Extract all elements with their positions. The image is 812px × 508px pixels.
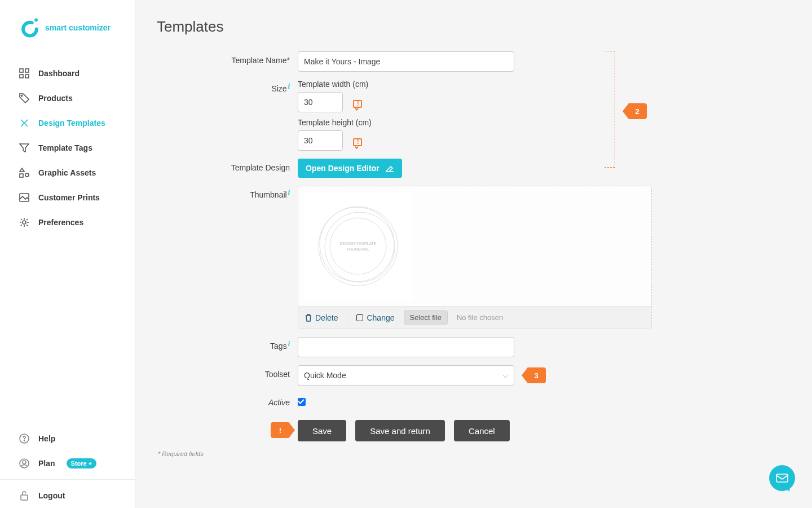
nav-plan-label: Plan — [38, 459, 55, 468]
nav-template-tags[interactable]: Template Tags — [0, 135, 135, 160]
svg-rect-2 — [20, 69, 23, 72]
nav-preferences-label: Preferences — [38, 218, 83, 227]
nav-graphic-assets-label: Graphic Assets — [38, 168, 96, 177]
edit-icon — [385, 164, 394, 172]
nav-logout-wrap: Logout — [0, 480, 135, 508]
label-toolset: Toolset — [196, 365, 298, 379]
nav-logout[interactable]: Logout — [0, 483, 135, 508]
thumbnail-delete[interactable]: Delete — [305, 313, 338, 322]
select-file-button[interactable]: Select file — [404, 310, 448, 325]
brand-logo[interactable]: smart customizer — [0, 0, 135, 55]
open-design-editor-button[interactable]: Open Design Editor — [298, 159, 402, 178]
svg-point-14 — [23, 461, 26, 464]
mail-icon — [776, 474, 788, 483]
svg-point-1 — [34, 19, 38, 22]
row-active: Active — [157, 393, 812, 408]
no-file-chosen: No file chosen — [457, 313, 503, 322]
label-template-width: Template width (cm) — [298, 80, 372, 89]
svg-text:THUMBNAIL: THUMBNAIL — [347, 247, 370, 251]
nav-help-label: Help — [38, 434, 55, 443]
template-width-input[interactable] — [298, 92, 343, 112]
label-template-name: Template Name* — [196, 51, 298, 65]
width-warning-icon[interactable] — [353, 98, 362, 107]
chevron-down-icon — [503, 373, 508, 378]
template-height-input[interactable] — [298, 130, 343, 151]
svg-point-12 — [24, 440, 24, 441]
svg-text:DESIGN TEMPLATE: DESIGN TEMPLATE — [339, 242, 376, 246]
svg-point-0 — [23, 23, 37, 36]
nav-dashboard[interactable]: Dashboard — [0, 61, 135, 86]
row-tags: Tagsi — [157, 337, 812, 357]
main-content: Templates 2 Template Name* Sizei Templat… — [135, 0, 812, 508]
nav-template-tags-label: Template Tags — [38, 143, 92, 152]
svg-rect-15 — [21, 495, 28, 500]
info-icon[interactable]: i — [287, 82, 290, 90]
gear-icon — [19, 217, 29, 227]
save-button[interactable]: Save — [298, 420, 346, 441]
nav-design-templates[interactable]: Design Templates — [0, 111, 135, 135]
tag-icon — [19, 93, 29, 103]
annotation-marker-2: 2 — [628, 103, 647, 119]
nav-customer-prints[interactable]: Customer Prints — [0, 185, 135, 210]
annotation-bracket — [615, 51, 615, 168]
user-icon — [19, 458, 29, 468]
image-icon — [19, 192, 29, 203]
label-active: Active — [196, 393, 298, 407]
label-template-design: Template Design — [196, 159, 298, 172]
active-checkbox[interactable] — [298, 398, 306, 406]
row-toolset: Toolset Quick Mode 3 — [157, 365, 812, 386]
design-templates-icon — [19, 118, 29, 128]
label-thumbnail: Thumbnaili — [196, 186, 298, 200]
nav-preferences[interactable]: Preferences — [0, 210, 135, 235]
row-thumbnail: Thumbnaili DESIGN TEMPLATE THUMBNAIL — [157, 186, 812, 329]
svg-point-19 — [330, 218, 386, 274]
nav-products-label: Products — [38, 94, 73, 103]
page-title: Templates — [157, 18, 812, 36]
nav-logout-label: Logout — [38, 491, 65, 500]
brand-name: smart customizer — [45, 23, 111, 32]
nav-help[interactable]: Help — [0, 426, 135, 451]
nav-customer-prints-label: Customer Prints — [38, 193, 100, 202]
thumbnail-preview: DESIGN TEMPLATE THUMBNAIL — [304, 192, 412, 300]
nav-graphic-assets[interactable]: Graphic Assets — [0, 160, 135, 185]
annotation-marker-3: 3 — [527, 367, 546, 383]
nav-design-templates-label: Design Templates — [38, 119, 105, 128]
tags-input[interactable] — [298, 337, 514, 357]
nav-plan[interactable]: Plan Store + — [0, 451, 135, 476]
help-icon — [19, 433, 29, 444]
annotation-marker-ex: ! — [271, 422, 290, 438]
height-warning-icon[interactable] — [353, 136, 362, 146]
svg-point-6 — [21, 95, 22, 96]
funnel-icon — [19, 143, 29, 153]
svg-rect-3 — [25, 69, 29, 72]
lock-icon — [19, 491, 29, 501]
row-actions: ! Save Save and return Cancel — [157, 412, 812, 441]
template-name-input[interactable] — [298, 51, 514, 72]
dashboard-icon — [19, 68, 29, 78]
row-template-design: Template Design Open Design Editor — [157, 159, 812, 178]
toolset-select[interactable]: Quick Mode — [298, 365, 514, 386]
info-icon[interactable]: i — [287, 340, 290, 348]
info-icon[interactable]: i — [287, 189, 290, 196]
svg-point-7 — [25, 173, 29, 177]
label-template-height: Template height (cm) — [298, 118, 372, 127]
thumbnail-actions: Delete Change Select file No file chosen — [298, 306, 651, 329]
thumbnail-change[interactable]: Change — [356, 313, 394, 322]
row-template-name: Template Name* — [157, 51, 812, 72]
svg-rect-5 — [25, 75, 29, 78]
checkbox-icon — [356, 314, 363, 321]
brand-logo-icon — [20, 17, 39, 38]
svg-rect-22 — [776, 474, 788, 482]
nav-products[interactable]: Products — [0, 86, 135, 111]
label-tags: Tagsi — [196, 337, 298, 351]
nav-dashboard-label: Dashboard — [38, 69, 80, 78]
nav-bottom: Help Plan Store + — [0, 426, 135, 480]
svg-rect-4 — [20, 75, 23, 78]
save-return-button[interactable]: Save and return — [355, 420, 445, 441]
primary-nav: Dashboard Products Design Templates Temp… — [0, 55, 135, 426]
row-size: Sizei Template width (cm) Template heigh… — [157, 80, 812, 151]
chat-support-button[interactable] — [769, 465, 795, 491]
cancel-button[interactable]: Cancel — [454, 420, 510, 441]
plan-pill: Store + — [67, 458, 97, 468]
divider — [347, 312, 347, 324]
